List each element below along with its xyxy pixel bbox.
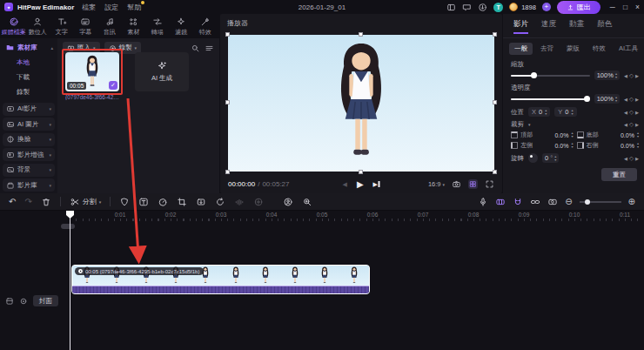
magnet-snap-icon[interactable] [513, 197, 523, 207]
selection-handle[interactable] [225, 100, 230, 104]
subtab-effects[interactable]: 特效 [587, 43, 611, 55]
crop-keyframe-controls[interactable]: ◀◇▶ [624, 121, 639, 128]
stepper-icon[interactable]: ▴▾ [571, 131, 573, 138]
menu-help[interactable]: 幫助 [127, 3, 141, 12]
rotation-dial[interactable] [528, 153, 538, 163]
collapsed-track[interactable] [61, 224, 75, 229]
tab-speed[interactable]: 速度 [541, 19, 556, 34]
crop-left-input[interactable]: 左側 0.0% ▴▾ [511, 141, 574, 150]
sidebar-item-ai-image[interactable]: AI 圖片 ▾ [3, 118, 55, 131]
stepper-icon[interactable]: ▴▾ [545, 109, 547, 115]
avatar-tool-icon[interactable] [283, 197, 293, 207]
sidebar-item-downloads[interactable]: 下載 [0, 71, 57, 85]
scale-keyframe-controls[interactable]: ◀◇▶ [624, 72, 639, 79]
reset-button[interactable]: 重置 [601, 168, 637, 181]
selection-handle[interactable] [493, 170, 497, 174]
sidebar-item-recordings[interactable]: 錄製 [0, 85, 57, 100]
timeline-zoom-slider[interactable] [580, 199, 621, 205]
maximize-button[interactable]: □ [623, 3, 627, 11]
previous-frame-button[interactable]: ◀ [343, 181, 347, 188]
stepper-icon[interactable]: ▴▾ [615, 72, 617, 78]
tab-animation[interactable]: 動畫 [569, 19, 584, 34]
menu-file[interactable]: 檔案 [82, 3, 96, 12]
speed-gauge-icon[interactable] [158, 197, 168, 207]
scale-slider[interactable] [511, 71, 590, 80]
timeline-zoom-out-icon[interactable]: ⊖ [565, 197, 572, 207]
sidebar-item-ai-video[interactable]: AI影片 ▾ [3, 103, 55, 116]
sidebar-item-local[interactable]: 本地 [0, 56, 57, 71]
tab-elements[interactable]: 素材 [122, 15, 146, 38]
minimize-button[interactable]: ─ [610, 3, 615, 11]
stepper-icon[interactable]: ▴▾ [571, 142, 573, 148]
audio-wave-icon[interactable] [234, 197, 245, 207]
timeline-ruler[interactable] [70, 219, 644, 221]
track-options-icon[interactable] [5, 297, 14, 306]
media-clip-thumbnail[interactable]: 00:05 ✓ [65, 52, 119, 91]
keyframe-box-icon[interactable] [547, 197, 558, 207]
preview-stage[interactable] [228, 35, 494, 172]
crop-top-input[interactable]: 頂部 0.0% ▴▾ [511, 131, 574, 139]
subtab-general[interactable]: 一般 [509, 43, 533, 55]
subtab-mask[interactable]: 蒙版 [561, 43, 585, 55]
tab-media-files[interactable]: 媒體檔案 [2, 15, 26, 38]
search-icon[interactable] [191, 44, 200, 53]
undo-icon[interactable]: ↶ [9, 197, 16, 207]
position-x-input[interactable]: X0 ▴▾ [528, 107, 550, 117]
user-avatar[interactable]: T [493, 3, 503, 12]
stepper-icon[interactable]: ▴▾ [637, 131, 639, 138]
clip-selected-check-icon[interactable]: ✓ [109, 81, 117, 90]
tab-effects[interactable]: 特效 [193, 15, 218, 38]
position-keyframe-controls[interactable]: ◀◇▶ [624, 109, 639, 116]
ai-generate-button[interactable]: AI 生成 [135, 52, 189, 91]
tab-digital-human[interactable]: 數位人 [26, 15, 50, 38]
rotate-icon[interactable] [215, 197, 225, 207]
cover-button[interactable]: 封面 [33, 295, 58, 306]
feedback-chat-icon[interactable] [462, 3, 472, 12]
rotation-keyframe-controls[interactable]: ◀◇▶ [624, 155, 639, 162]
selection-handle[interactable] [225, 32, 230, 37]
aspect-ratio-select[interactable]: 16:9▾ [428, 180, 445, 188]
sidebar-item-video-library[interactable]: 影片庫 ▾ [3, 178, 55, 192]
stepper-icon[interactable]: ▴▾ [637, 142, 639, 148]
timeline-video-clip[interactable]: 00:05 {0797de46-3f66-4295-b1eb-02c7c15d5… [71, 265, 370, 294]
crop-section-header[interactable]: 裁剪 ▾ ◀◇▶ [511, 120, 639, 129]
tab-transitions[interactable]: 轉場 [145, 15, 170, 38]
opacity-keyframe-controls[interactable]: ◀◇▶ [624, 96, 639, 103]
crop-tool-icon[interactable] [177, 197, 187, 207]
crop-bottom-input[interactable]: 底部 0.0% ▴▾ [577, 131, 640, 139]
subtab-ai-tools[interactable]: AI工具 [614, 43, 643, 55]
tab-video[interactable]: 影片 [513, 19, 528, 34]
selection-handle[interactable] [359, 32, 363, 37]
stepper-icon[interactable]: ▴▾ [615, 96, 617, 102]
scene-detect-icon[interactable] [495, 197, 506, 207]
playhead-handle[interactable] [66, 211, 74, 219]
text-tool-icon[interactable] [138, 197, 149, 207]
rotation-value-box[interactable]: 0 ° ▴▾ [542, 153, 559, 163]
selection-handle[interactable] [359, 170, 363, 174]
list-view-icon[interactable] [205, 44, 214, 53]
tab-subtitles[interactable]: 字幕 [74, 15, 98, 38]
crop-right-input[interactable]: 右側 0.0% ▴▾ [577, 141, 640, 150]
selection-handle[interactable] [493, 100, 497, 104]
position-y-input[interactable]: Y0 ▴▾ [554, 107, 576, 117]
snapshot-camera-icon[interactable] [452, 179, 461, 189]
sidebar-item-library[interactable]: 素材庫 ▴ [0, 38, 57, 56]
sidebar-item-video-enhance[interactable]: 影片增強 ▾ [3, 148, 55, 161]
sidebar-item-face-swap[interactable]: 換臉 ▾ [3, 133, 55, 146]
shield-icon[interactable] [119, 197, 130, 207]
stepper-icon[interactable]: ▴▾ [554, 155, 556, 161]
selection-handle[interactable] [225, 170, 230, 174]
layout-panels-icon[interactable] [446, 3, 456, 12]
play-button[interactable]: ▶ [357, 179, 364, 189]
delete-icon[interactable] [41, 197, 51, 207]
split-button[interactable]: 分割 ▾ [70, 197, 102, 207]
next-frame-button[interactable]: ▶ [373, 181, 380, 188]
link-clips-icon[interactable] [530, 197, 540, 207]
sidebar-item-background[interactable]: 背景 ▾ [3, 164, 55, 177]
add-marker-icon[interactable] [253, 197, 264, 207]
playhead[interactable] [70, 211, 70, 350]
export-frame-icon[interactable] [196, 197, 206, 207]
grid-overlay-icon[interactable] [468, 179, 478, 189]
selection-handle[interactable] [493, 32, 497, 37]
opacity-value-box[interactable]: 100% ▴▾ [594, 94, 620, 104]
